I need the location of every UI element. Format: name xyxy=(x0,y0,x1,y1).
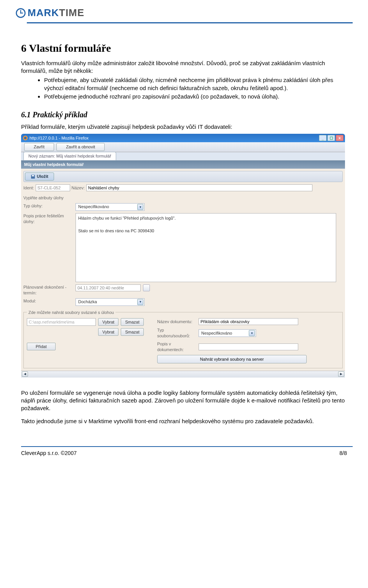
nazev-dokumentu-label: Název dokumentu: xyxy=(157,319,196,325)
logo: MARKTIME xyxy=(15,7,353,19)
popis-line1: Hlásím chybu ve funkci "Přehled přístupo… xyxy=(78,215,334,222)
screenshot-mockup: http://127.0.0.1 - Mozilla Firefox _ ☐ ×… xyxy=(21,134,345,377)
horizontal-scrollbar[interactable]: ◀ ▶ xyxy=(21,371,345,378)
footer-company: CleverApp s.r.o. ©2007 xyxy=(21,450,77,456)
save-button[interactable]: Uložit xyxy=(25,172,54,181)
smazat-button-1[interactable]: Smazat xyxy=(121,318,143,326)
toolbar: Zavřít Zavřít a obnovit xyxy=(21,142,345,152)
modul-select[interactable]: Docházka ▾ xyxy=(76,298,145,306)
window-title-bar: http://127.0.0.1 - Mozilla Firefox _ ☐ × xyxy=(21,134,345,142)
upload-fieldset: Zde můžete nahrát soubory svázané s úloh… xyxy=(23,310,343,368)
clock-icon xyxy=(15,8,26,18)
upload-button[interactable]: Nahrát vybrané soubory na server xyxy=(157,355,307,363)
form-title-bar: Můj vlastní helpdesk formulář xyxy=(21,161,345,169)
chevron-down-icon: ▾ xyxy=(137,299,143,305)
calendar-icon[interactable] xyxy=(143,284,150,291)
popis-dokumentech-label: Popis v dokumentech: xyxy=(157,341,196,353)
maximize-button[interactable]: ☐ xyxy=(327,135,335,141)
after-paragraphs: Po uložení formuláře se vygeneruje nová … xyxy=(21,389,347,425)
after-p2: Takto jednoduše jsme si v Marktime vytvo… xyxy=(21,417,347,425)
typ-souboru-label: Typ souboru/souborů: xyxy=(157,327,196,339)
save-button-label: Uložit xyxy=(37,174,48,179)
nazev-dokumentu-input[interactable] xyxy=(199,318,298,325)
tab-strip: Nový záznam: Můj vlastní helpdesk formul… xyxy=(21,152,345,161)
heading-2-sub: Příklad formuláře, kterým uživatelé zapi… xyxy=(21,123,347,131)
scroll-left-icon[interactable]: ◀ xyxy=(22,371,28,377)
popis-line2: Stalo se mi to dnes ráno na PC 3098430 xyxy=(78,228,334,234)
popis-label: Popis práce řešitelům úlohy: xyxy=(23,213,73,225)
typ-ulohy-value: Nespecifikováno xyxy=(78,204,109,210)
window-title-text: http://127.0.0.1 - Mozilla Firefox xyxy=(30,135,89,141)
pridat-button[interactable]: Přidat xyxy=(27,343,56,350)
smazat-button-2[interactable]: Smazat xyxy=(121,328,143,336)
ident-input[interactable] xyxy=(36,184,70,191)
ident-label: Ident: xyxy=(23,185,34,191)
header-rule xyxy=(27,21,353,23)
intro-text: Vlastních formulářů úlohy může administr… xyxy=(21,59,347,75)
svg-point-3 xyxy=(20,12,21,13)
typ-souboru-value: Nespecifikováno xyxy=(201,330,232,336)
heading-1: 6 Vlastní formuláře xyxy=(21,41,347,56)
plan-dokonceni-label: Plánované dokončení - termín: xyxy=(23,284,73,296)
typ-ulohy-label: Typ úlohy: xyxy=(23,203,73,209)
scroll-right-icon[interactable]: ▶ xyxy=(338,371,344,377)
upload-legend: Zde můžete nahrát soubory svázané s úloh… xyxy=(27,310,115,315)
typ-souboru-select[interactable]: Nespecifikováno ▾ xyxy=(199,329,256,337)
svg-rect-7 xyxy=(32,175,34,176)
after-p1: Po uložení formuláře se vygeneruje nová … xyxy=(21,389,347,412)
page-footer: CleverApp s.r.o. ©2007 8/8 xyxy=(0,442,368,464)
document-body: 6 Vlastní formuláře Vlastních formulářů … xyxy=(0,26,368,442)
save-strip: Uložit xyxy=(23,171,343,182)
close-button[interactable]: Zavřít xyxy=(24,143,54,151)
logo-time: TIME xyxy=(59,7,84,18)
tab-new-record[interactable]: Nový záznam: Můj vlastní helpdesk formul… xyxy=(23,152,116,160)
minimize-button[interactable]: _ xyxy=(319,135,327,141)
modul-value: Docházka xyxy=(78,299,97,305)
save-icon xyxy=(31,174,35,179)
chevron-down-icon: ▾ xyxy=(249,330,255,336)
heading-2: 6.1 Praktický příklad xyxy=(21,110,347,120)
svg-point-5 xyxy=(24,137,27,140)
footer-page-number: 8/8 xyxy=(340,450,347,456)
typ-ulohy-select[interactable]: Nespecifikováno ▾ xyxy=(76,203,145,211)
window-controls: _ ☐ × xyxy=(319,135,343,141)
bullet-item: Potřebujeme jednoduché rozhraní pro zapi… xyxy=(44,93,347,100)
vybrat-button-1[interactable]: Vybrat xyxy=(98,318,118,326)
vybrat-button-2[interactable]: Vybrat xyxy=(98,328,118,336)
modul-label: Modul: xyxy=(23,298,73,304)
nazev-label: Název: xyxy=(72,185,85,191)
plan-dokonceni-input[interactable] xyxy=(76,284,141,291)
intro-paragraph: Vlastních formulářů úlohy může administr… xyxy=(21,59,347,75)
section-attributes-label: Vyplňte atributy úlohy xyxy=(23,195,343,201)
form-area: Uložit Ident: Název: Vyplňte atributy úl… xyxy=(21,169,345,371)
bullet-list: Potřebujeme, aby uživatelé zakládali úlo… xyxy=(44,76,347,100)
file-path-input-1[interactable] xyxy=(27,318,96,326)
bullet-item: Potřebujeme, aby uživatelé zakládali úlo… xyxy=(44,76,347,92)
close-window-button[interactable]: × xyxy=(336,135,343,141)
close-refresh-button[interactable]: Zavřít a obnovit xyxy=(56,143,105,151)
popis-dokumentech-input[interactable] xyxy=(199,343,298,350)
chevron-down-icon: ▾ xyxy=(137,204,143,210)
footer-rule xyxy=(21,446,353,448)
nazev-input[interactable] xyxy=(86,184,312,191)
popis-textarea[interactable]: Hlásím chybu ve funkci "Přehled přístupo… xyxy=(76,213,336,282)
page-header: MARKTIME xyxy=(0,0,368,26)
logo-mark: MARK xyxy=(28,7,59,18)
firefox-icon xyxy=(23,135,28,141)
